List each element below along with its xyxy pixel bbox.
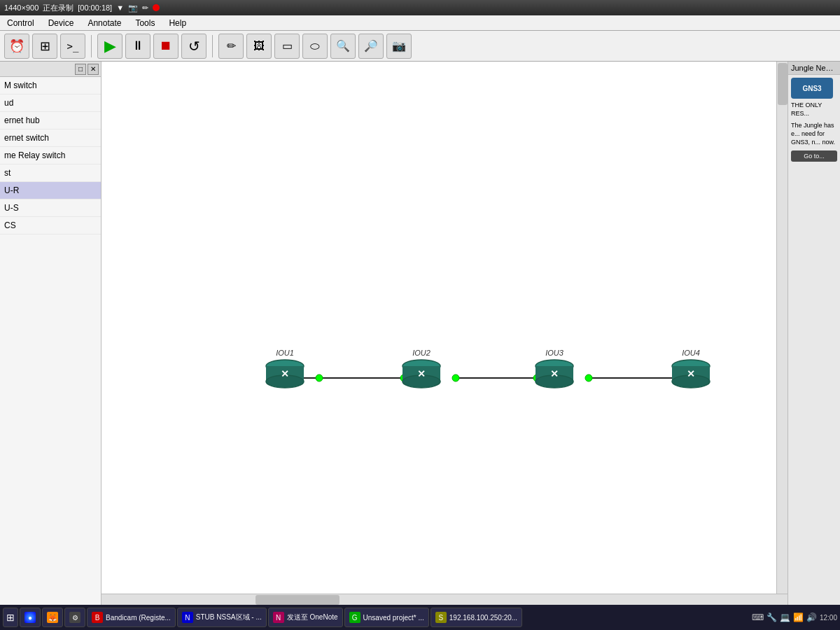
- taskbar-onenote1-label: STUB NSSA区域 - ...: [196, 612, 262, 622]
- terminal-button[interactable]: >_: [60, 34, 85, 59]
- firefox-icon: 🦊: [47, 612, 58, 623]
- taskbar-gns3-label: Unsaved project* ...: [363, 614, 424, 622]
- sidebar: □ ✕ M switch ud ernet hub ernet switch m…: [0, 62, 102, 605]
- svg-text:✕: ✕: [687, 368, 695, 379]
- onenote2-icon: N: [273, 612, 284, 623]
- news-headline: THE ONLY RES...: [791, 102, 837, 118]
- sidebar-pin-button[interactable]: □: [75, 64, 86, 75]
- network-svg: ✕ IOU1 ✕ IOU2 ✕ IOU3: [102, 62, 776, 594]
- bandicam-icon: B: [92, 612, 103, 623]
- svg-text:✕: ✕: [550, 368, 559, 379]
- tray-keyboard-icon: ⌨: [752, 612, 764, 622]
- sidebar-item-u-r[interactable]: U-R: [0, 182, 101, 200]
- taskbar-server[interactable]: S 192.168.100.250:20...: [430, 608, 522, 627]
- right-panel-title: Jungle Newsfee...: [788, 62, 840, 75]
- sidebar-close-button[interactable]: ✕: [88, 64, 99, 75]
- menubar: Control Device Annotate Tools Help: [0, 15, 840, 31]
- taskbar-bandicam-label: Bandicam (Registe...: [106, 614, 171, 622]
- taskbar-onenote2[interactable]: N 发送至 OneNote: [268, 608, 343, 627]
- news-body: The Jungle has e... need for GNS3, n... …: [791, 122, 837, 146]
- menu-device[interactable]: Device: [41, 16, 81, 30]
- gns3-logo: GNS3: [791, 78, 833, 99]
- dropdown-arrow-icon[interactable]: ▼: [116, 4, 124, 12]
- taskbar-onenote1[interactable]: N STUB NSSA区域 - ...: [177, 608, 267, 627]
- titlebar-status: 正在录制: [43, 3, 74, 13]
- menu-tools[interactable]: Tools: [128, 16, 162, 30]
- sidebar-item-st[interactable]: st: [0, 164, 101, 182]
- network-canvas[interactable]: ✕ IOU1 ✕ IOU2 ✕ IOU3: [102, 62, 776, 594]
- clock-button[interactable]: ⏰: [4, 34, 29, 59]
- sidebar-item-relay-switch[interactable]: me Relay switch: [0, 147, 101, 164]
- sidebar-item-ethernet-hub[interactable]: ernet hub: [0, 112, 101, 130]
- right-panel-content: GNS3 THE ONLY RES... The Jungle has e...…: [788, 75, 840, 164]
- taskbar-fox[interactable]: 🦊: [42, 608, 63, 627]
- router-iou4[interactable]: ✕ IOU4: [672, 349, 710, 388]
- titlebar-resolution: 1440×900: [4, 4, 38, 12]
- stop-button[interactable]: ⏹: [153, 34, 178, 59]
- taskbar-onenote2-label: 发送至 OneNote: [287, 612, 338, 622]
- menu-annotate[interactable]: Annotate: [80, 16, 128, 30]
- screenshot-button[interactable]: 📷: [386, 34, 412, 59]
- taskbar-tray: ⌨ 🔧 💻 📶 🔊 12:00: [752, 612, 837, 622]
- play-button[interactable]: ▶: [97, 34, 122, 59]
- taskbar-server-label: 192.168.100.250:20...: [449, 614, 517, 622]
- sidebar-item-ud[interactable]: ud: [0, 94, 101, 112]
- router-iou1[interactable]: ✕ IOU1: [266, 349, 304, 388]
- zoom-out-button[interactable]: 🔎: [358, 34, 384, 59]
- svg-text:✕: ✕: [281, 368, 289, 379]
- taskbar-app3[interactable]: ⚙: [64, 608, 85, 627]
- canvas-scrollbar-vertical[interactable]: [776, 62, 788, 605]
- canvas-area[interactable]: ✕ IOU1 ✕ IOU2 ✕ IOU3: [102, 62, 788, 605]
- right-panel: Jungle Newsfee... GNS3 THE ONLY RES... T…: [788, 62, 840, 605]
- chrome-icon: ●: [24, 612, 36, 623]
- titlebar-timer: [00:00:18]: [78, 4, 112, 12]
- conn-dot-5: [585, 374, 592, 382]
- tray-time: 12:00: [820, 614, 837, 622]
- topology-button[interactable]: ⊞: [32, 34, 57, 59]
- taskbar-gns3[interactable]: G Unsaved project* ...: [344, 608, 429, 627]
- canvas-scrollbar-horizontal[interactable]: [102, 594, 788, 605]
- record-dot-icon: [153, 4, 160, 11]
- tray-app-icon2: 💻: [780, 612, 790, 622]
- conn-dot-3: [452, 374, 459, 382]
- scrollbar-thumb-v[interactable]: [778, 63, 788, 105]
- taskbar-chrome[interactable]: ●: [20, 608, 41, 627]
- reload-button[interactable]: ↺: [181, 34, 206, 59]
- oval-button[interactable]: ⬭: [302, 34, 328, 59]
- router-iou3[interactable]: ✕ IOU3: [536, 349, 573, 388]
- svg-text:IOU2: IOU2: [412, 349, 430, 357]
- sidebar-item-ethernet-switch[interactable]: ernet switch: [0, 130, 101, 147]
- pencil-title-icon[interactable]: ✏: [142, 4, 148, 13]
- edit-button[interactable]: ✏: [218, 34, 244, 59]
- toolbar: ⏰ ⊞ >_ ▶ ⏸ ⏹ ↺ ✏ 🖼 ▭ ⬭ 🔍 🔎 📷: [0, 31, 840, 62]
- sidebar-header: □ ✕: [0, 62, 101, 77]
- toolbar-separator-2: [212, 35, 213, 57]
- scrollbar-thumb-h[interactable]: [255, 595, 340, 605]
- camera-icon[interactable]: 📷: [128, 4, 138, 13]
- svg-text:IOU4: IOU4: [682, 349, 700, 357]
- image-button[interactable]: 🖼: [246, 34, 272, 59]
- router-iou2[interactable]: ✕ IOU2: [402, 349, 440, 388]
- sidebar-item-cs[interactable]: CS: [0, 217, 101, 234]
- pause-button[interactable]: ⏸: [125, 34, 150, 59]
- sidebar-item-m-switch[interactable]: M switch: [0, 77, 101, 94]
- taskbar-start[interactable]: ⊞: [3, 608, 18, 627]
- sidebar-item-u-s[interactable]: U-S: [0, 200, 101, 217]
- taskbar: ⊞ ● 🦊 ⚙ B Bandicam (Registe... N STUB NS…: [0, 605, 840, 630]
- rect-select-button[interactable]: ▭: [274, 34, 300, 59]
- svg-text:✕: ✕: [417, 368, 426, 379]
- server-icon: S: [435, 612, 447, 623]
- windows-icon: ⊞: [6, 612, 15, 623]
- svg-text:IOU1: IOU1: [276, 349, 294, 357]
- menu-control[interactable]: Control: [0, 16, 41, 30]
- news-goto-button[interactable]: Go to...: [791, 150, 837, 162]
- svg-text:IOU3: IOU3: [545, 349, 564, 357]
- tray-network-icon: 📶: [793, 612, 804, 622]
- gns3-taskbar-icon: G: [349, 612, 360, 623]
- app3-icon: ⚙: [69, 612, 80, 623]
- menu-help[interactable]: Help: [162, 16, 193, 30]
- conn-dot-1: [316, 374, 323, 382]
- zoom-in-button[interactable]: 🔍: [330, 34, 356, 59]
- titlebar: 1440×900 正在录制 [00:00:18] ▼ 📷 ✏: [0, 0, 840, 15]
- taskbar-bandicam[interactable]: B Bandicam (Registe...: [87, 608, 176, 627]
